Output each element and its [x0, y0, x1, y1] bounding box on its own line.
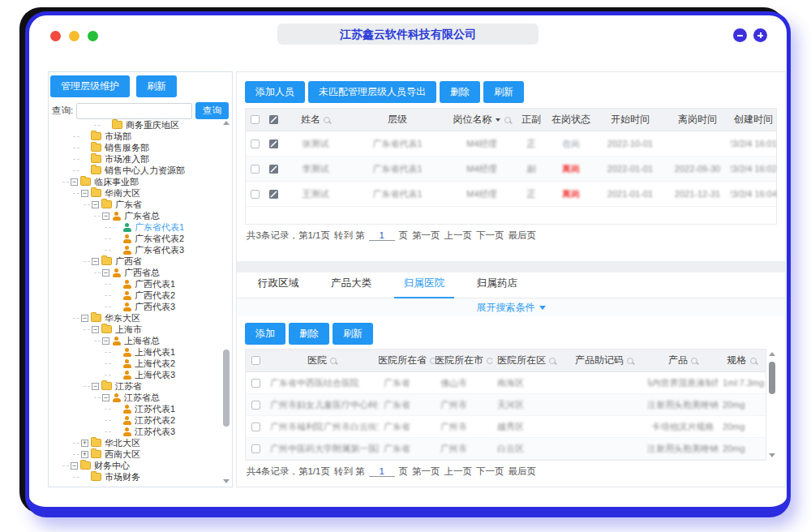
zoom-out-button[interactable] — [733, 28, 747, 42]
collapse-icon[interactable]: − — [102, 269, 109, 277]
prev-page-link[interactable]: 上一页 — [444, 230, 473, 242]
column-position[interactable]: 岗位名称 — [447, 113, 517, 127]
collapse-icon[interactable]: − — [92, 326, 99, 333]
scrollbar-thumb[interactable] — [223, 350, 230, 427]
last-page-link[interactable]: 最后页 — [508, 466, 537, 478]
search-icon[interactable] — [324, 117, 330, 123]
tree-node[interactable]: + 华北大区 — [50, 437, 221, 448]
tree-node[interactable]: 商务重庆地区 — [50, 119, 221, 131]
row-checkbox[interactable] — [251, 444, 260, 453]
row-checkbox[interactable] — [251, 379, 260, 388]
maintain-level-button[interactable]: 管理层级维护 — [50, 75, 130, 97]
tree-node[interactable]: 上海代表1 — [50, 346, 221, 358]
row-checkbox[interactable] — [251, 423, 260, 431]
hospital-table-row[interactable]: 广州中医药大学附属第一医院 广东省 广州市 白云区 注射用头孢美唑钠 20mg — [246, 438, 766, 460]
column-province[interactable]: 医院所在省 — [379, 354, 436, 367]
column-name[interactable]: 姓名 — [283, 113, 348, 127]
row-checkbox[interactable] — [251, 190, 260, 199]
tree-node[interactable]: 广西代表1 — [50, 278, 221, 290]
refresh-staff-button[interactable]: 刷新 — [483, 81, 524, 103]
tree-node[interactable]: − 江苏省总 — [50, 392, 221, 403]
column-city[interactable]: 医院所在市 — [436, 354, 492, 367]
zoom-in-button[interactable] — [753, 28, 767, 42]
sort-desc-icon[interactable] — [496, 118, 500, 124]
staff-table-row[interactable]: 李测试 广东省代表1 M4经理 副 离岗 2022-01-01 2022-09-… — [246, 157, 776, 182]
column-hospital[interactable]: 医院 — [265, 354, 379, 367]
expand-search-toggle[interactable]: 展开搜索条件 — [237, 298, 785, 316]
refresh-relation-button[interactable]: 刷新 — [333, 323, 373, 345]
tree-node[interactable]: − 财务中心 — [50, 460, 221, 471]
tree-node[interactable]: − 临床事业部 — [50, 176, 221, 187]
tree-node[interactable]: 江苏代表1 — [50, 403, 221, 414]
tree-node[interactable]: − 广西省 — [50, 255, 221, 267]
collapse-icon[interactable]: − — [71, 178, 78, 186]
collapse-icon[interactable]: − — [71, 462, 78, 470]
search-icon[interactable] — [430, 358, 436, 364]
refresh-tree-button[interactable]: 刷新 — [136, 75, 177, 97]
tree-node[interactable]: 广东省代表3 — [50, 244, 221, 255]
tree-node[interactable]: − 广东省总 — [50, 210, 221, 221]
tree-node[interactable]: 市场准入部 — [50, 153, 221, 165]
column-district[interactable]: 医院所在区 — [492, 354, 560, 367]
add-person-button[interactable]: 添加人员 — [245, 81, 305, 103]
search-icon[interactable] — [691, 358, 697, 364]
delete-relation-button[interactable]: 删除 — [289, 323, 329, 345]
scroll-down-icon[interactable] — [223, 479, 230, 483]
tree-node[interactable]: 广东省代表2 — [50, 233, 221, 244]
select-all-checkbox[interactable] — [251, 115, 260, 124]
expand-icon[interactable]: + — [81, 451, 88, 458]
row-checkbox[interactable] — [251, 139, 260, 148]
collapse-icon[interactable]: − — [102, 212, 109, 220]
tree-node[interactable]: 上海代表2 — [50, 358, 221, 369]
tree-node[interactable]: − 广东省 — [50, 199, 221, 210]
tree-node[interactable]: − 江苏省 — [50, 380, 221, 392]
collapse-icon[interactable]: − — [92, 383, 99, 390]
search-icon[interactable] — [627, 358, 633, 364]
export-unmatched-button[interactable]: 未匹配管理层级人员导出 — [308, 81, 436, 103]
tree-node[interactable]: − 华南大区 — [50, 187, 221, 199]
tree-node[interactable]: 广东省代表1 — [50, 221, 221, 233]
add-relation-button[interactable]: 添加 — [245, 323, 285, 345]
last-page-link[interactable]: 最后页 — [508, 230, 537, 242]
search-icon[interactable] — [750, 358, 757, 364]
hospital-scrollbar[interactable] — [768, 350, 777, 459]
tree-node[interactable]: − 广西省总 — [50, 267, 221, 278]
tree-node[interactable]: − 上海市 — [50, 324, 221, 335]
tree-node[interactable]: − 华东大区 — [50, 312, 221, 324]
delete-person-button[interactable]: 删除 — [440, 81, 480, 103]
tree-node[interactable]: 市场部 — [50, 131, 221, 142]
collapse-icon[interactable]: − — [81, 190, 88, 197]
edit-row-icon[interactable] — [264, 190, 283, 199]
search-icon[interactable] — [330, 358, 337, 364]
scroll-up-icon[interactable] — [223, 121, 230, 125]
hospital-table-row[interactable]: 广州市福利院广州市白云街道点 广东省 广州市 越秀区 卡培他滨片规格 20mg — [246, 416, 766, 438]
tree-node[interactable]: 上海代表3 — [50, 369, 221, 380]
collapse-icon[interactable]: − — [92, 258, 99, 265]
tree-node[interactable]: 江苏代表2 — [50, 414, 221, 426]
scroll-up-icon[interactable] — [769, 352, 775, 356]
close-button[interactable] — [50, 31, 61, 41]
tree-node[interactable]: 广西代表3 — [50, 301, 221, 312]
edit-row-icon[interactable] — [264, 139, 283, 148]
tree-search-button[interactable]: 查询 — [195, 102, 229, 119]
hospital-table-row[interactable]: 广东省中西医结合医院 广东省 佛山市 南海区 肠内营养混悬液制剂 1ml:7.3… — [246, 372, 766, 394]
next-page-link[interactable]: 下一页 — [476, 230, 504, 242]
prev-page-link[interactable]: 上一页 — [444, 466, 473, 478]
staff-table-row[interactable]: 王测试 广东省代表1 M4经理 正 离岗 2021-01-01 2021-12-… — [246, 182, 776, 207]
tree-node[interactable]: + 西南大区 — [50, 448, 221, 460]
maximize-button[interactable] — [88, 31, 98, 41]
tab-affiliated-hospital[interactable]: 归属医院 — [388, 277, 461, 298]
tree-node[interactable]: 市场财务 — [50, 471, 221, 483]
minimize-button[interactable] — [69, 31, 79, 41]
tree-node[interactable]: 销售服务部 — [50, 142, 221, 153]
tree-node[interactable]: 广西代表2 — [50, 290, 221, 301]
column-product-code[interactable]: 产品助记码 — [560, 354, 648, 367]
page-number-input[interactable]: 1 — [369, 230, 395, 241]
search-icon[interactable] — [549, 358, 556, 364]
column-product[interactable]: 产品 — [648, 354, 718, 367]
scroll-down-icon[interactable] — [769, 453, 775, 457]
staff-table-row[interactable]: 张测试 广东省代表1 M4经理 正 在岗 2022-10-01 2023/2/4… — [246, 131, 776, 157]
tree-search-input[interactable] — [76, 103, 192, 119]
hospital-table-row[interactable]: 广州市妇女儿童医疗中心柯士街 广东省 广州市 天河区 注射用头孢美唑钠 20mg — [246, 394, 766, 416]
column-spec[interactable]: 规格 — [718, 354, 766, 367]
